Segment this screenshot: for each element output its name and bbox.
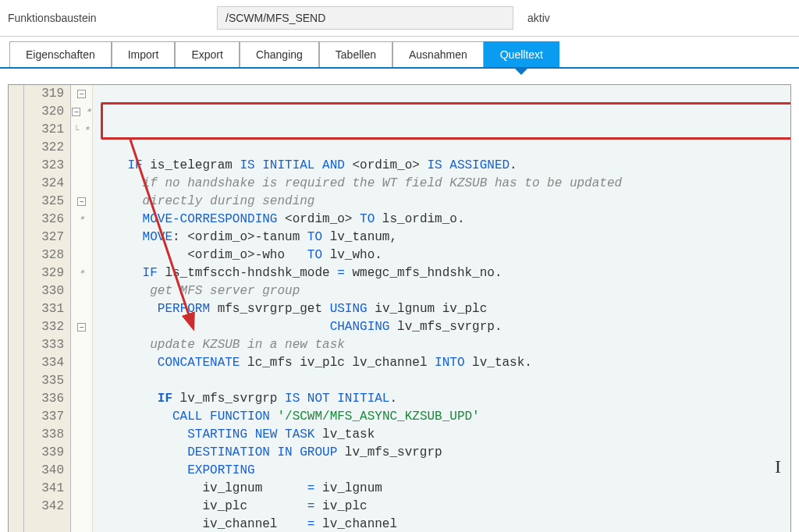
line-number: 321 [24, 121, 70, 139]
tab-changing[interactable]: Changing [240, 41, 319, 67]
line-number: 327 [24, 229, 70, 246]
line-number: 337 [24, 408, 70, 426]
tab-export[interactable]: Export [175, 41, 239, 67]
line-number: 329 [24, 264, 70, 282]
fold-cell[interactable] [71, 372, 92, 390]
fold-cell[interactable]: └ * [71, 121, 92, 139]
header-bar: Funktionsbaustein /SCWM/MFS_SEND aktiv [0, 0, 799, 37]
line-number: 323 [24, 157, 70, 175]
fold-cell[interactable]: − [71, 85, 92, 103]
fold-cell[interactable] [71, 408, 92, 426]
code-line[interactable]: CHANGING lv_mfs_svrgrp. [93, 318, 790, 336]
fold-cell[interactable] [71, 157, 92, 175]
line-number: 330 [24, 282, 70, 300]
fold-cell[interactable] [71, 444, 92, 462]
code-line[interactable]: update KZSUB in a new task [93, 336, 790, 354]
fold-cell[interactable] [71, 175, 92, 193]
line-number: 336 [24, 390, 70, 408]
fold-cell[interactable] [71, 246, 92, 264]
code-line[interactable]: MOVE-CORRESPONDING <ordim_o> TO ls_ordim… [93, 211, 790, 229]
line-number: 341 [24, 480, 70, 498]
line-number-gutter: 3193203213223233243253263273283293303313… [24, 85, 71, 532]
fold-cell[interactable] [71, 390, 92, 408]
tab-bar: Eigenschaften Import Export Changing Tab… [0, 37, 799, 69]
code-line[interactable] [93, 372, 790, 390]
fold-cell[interactable]: * [71, 264, 92, 282]
fold-cell[interactable] [71, 336, 92, 354]
code-line[interactable]: iv_plc = iv_plc [93, 498, 790, 516]
tab-tabellen[interactable]: Tabellen [319, 41, 392, 67]
fold-cell[interactable] [71, 282, 92, 300]
tab-quelltext[interactable]: Quelltext [484, 41, 559, 67]
code-line[interactable]: iv_channel = lv_channel [93, 516, 790, 532]
tab-ausnahmen[interactable]: Ausnahmen [392, 41, 484, 67]
line-number: 324 [24, 175, 70, 193]
code-line[interactable]: DESTINATION IN GROUP lv_mfs_svrgrp [93, 444, 790, 462]
code-line[interactable]: directly during sending [93, 193, 790, 211]
fold-cell[interactable]: * [71, 211, 92, 229]
code-body[interactable]: IF is_telegram IS INITIAL AND <ordim_o> … [93, 85, 790, 532]
code-line[interactable]: CONCATENATE lc_mfs iv_plc lv_channel INT… [93, 354, 790, 372]
code-line[interactable]: <ordim_o>-who TO lv_who. [93, 246, 790, 264]
ruler-gutter [9, 85, 24, 532]
fold-cell[interactable] [71, 354, 92, 372]
line-number: 331 [24, 300, 70, 318]
code-line[interactable]: STARTING NEW TASK lv_task [93, 426, 790, 444]
line-number: 332 [24, 318, 70, 336]
line-number: 320 [24, 103, 70, 121]
fold-cell[interactable] [71, 498, 92, 516]
code-line[interactable]: EXPORTING [93, 462, 790, 480]
code-editor[interactable]: 3193203213223233243253263273283293303313… [8, 84, 791, 532]
code-line[interactable]: IF ls_tmfscch-hndshk_mode = wmegc_mfs_hn… [93, 264, 790, 282]
fold-cell[interactable]: − [71, 193, 92, 211]
code-line[interactable]: if no handshake is required the WT field… [93, 175, 790, 193]
status-label: aktiv [520, 12, 550, 24]
fold-cell[interactable] [71, 139, 92, 157]
code-line[interactable]: get MFS server group [93, 282, 790, 300]
fold-cell[interactable] [71, 462, 92, 480]
tab-import[interactable]: Import [112, 41, 176, 67]
fold-cell[interactable]: − [71, 318, 92, 336]
tab-eigenschaften[interactable]: Eigenschaften [9, 41, 112, 67]
code-line[interactable]: IF lv_mfs_svrgrp IS NOT INITIAL. [93, 390, 790, 408]
fold-gutter: −− *└ *−**− [71, 85, 93, 532]
line-number: 338 [24, 426, 70, 444]
text-cursor-icon: I [775, 456, 781, 477]
line-number: 339 [24, 444, 70, 462]
annotation-box [101, 102, 790, 140]
line-number: 322 [24, 139, 70, 157]
line-number: 342 [24, 498, 70, 516]
line-number: 325 [24, 193, 70, 211]
fold-cell[interactable] [71, 229, 92, 246]
code-line[interactable]: CALL FUNCTION '/SCWM/MFS_ASYNC_KZSUB_UPD… [93, 408, 790, 426]
line-number: 335 [24, 372, 70, 390]
code-line[interactable]: iv_lgnum = iv_lgnum [93, 480, 790, 498]
fold-cell[interactable] [71, 300, 92, 318]
fold-cell[interactable] [71, 480, 92, 498]
module-type-label: Funktionsbaustein [8, 12, 211, 24]
fold-cell[interactable]: − * [71, 103, 92, 121]
line-number: 326 [24, 211, 70, 229]
fold-cell[interactable] [71, 426, 92, 444]
line-number: 333 [24, 336, 70, 354]
code-line[interactable]: MOVE: <ordim_o>-tanum TO lv_tanum, [93, 229, 790, 246]
line-number: 334 [24, 354, 70, 372]
code-line[interactable]: PERFORM mfs_svrgrp_get USING iv_lgnum iv… [93, 300, 790, 318]
line-number: 328 [24, 246, 70, 264]
module-name-field[interactable]: /SCWM/MFS_SEND [217, 6, 513, 30]
line-number: 340 [24, 462, 70, 480]
line-number: 319 [24, 85, 70, 103]
code-line[interactable]: IF is_telegram IS INITIAL AND <ordim_o> … [93, 157, 790, 175]
